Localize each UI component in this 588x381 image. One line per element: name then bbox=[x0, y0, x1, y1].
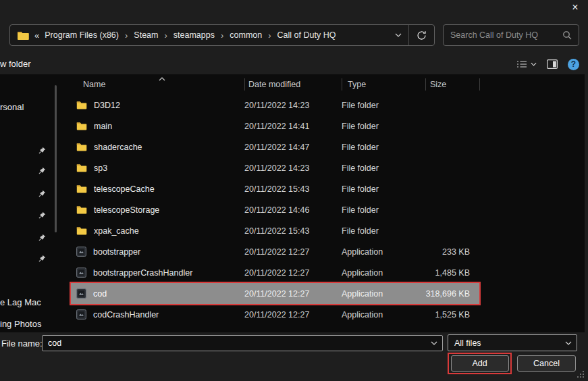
column-separator[interactable] bbox=[479, 78, 480, 91]
size-cell bbox=[425, 220, 479, 241]
search-box[interactable] bbox=[443, 24, 579, 46]
date-modified-cell: 20/11/2022 15:43 bbox=[244, 178, 342, 199]
sidebar-item-personal[interactable]: rsonal bbox=[0, 102, 24, 112]
chevron-down-icon[interactable] bbox=[426, 341, 442, 345]
resize-grip[interactable] bbox=[577, 371, 585, 379]
type-cell: Application bbox=[342, 304, 425, 325]
file-type-combobox[interactable]: All files bbox=[448, 334, 577, 351]
pin-icon[interactable] bbox=[38, 190, 46, 197]
type-cell: File folder bbox=[342, 95, 425, 116]
date-modified-cell: 20/11/2022 14:41 bbox=[244, 116, 342, 136]
type-cell: File folder bbox=[342, 199, 425, 220]
size-cell bbox=[425, 116, 479, 136]
add-button[interactable]: Add bbox=[451, 355, 509, 372]
file-name-cell: telescopeCache bbox=[71, 178, 244, 199]
file-row-main[interactable]: main20/11/2022 14:41File folder bbox=[71, 116, 479, 136]
breadcrumb-segment[interactable]: Steam bbox=[133, 30, 159, 40]
file-name-text: bootstrapper bbox=[93, 247, 140, 257]
file-name-text: codCrashHandler bbox=[93, 310, 159, 320]
column-header-name[interactable]: Name bbox=[71, 76, 244, 93]
breadcrumb-separator-icon: › bbox=[159, 30, 172, 41]
file-row-bootstrapperCrashHandler[interactable]: bootstrapperCrashHandler20/11/2022 12:27… bbox=[71, 262, 479, 283]
sidebar-item-lag-mac[interactable]: e Lag Mac bbox=[0, 297, 41, 307]
type-cell: Application bbox=[342, 283, 425, 304]
file-row-xpak_cache[interactable]: xpak_cache20/11/2022 15:43File folder bbox=[71, 220, 479, 241]
file-name-cell: shadercache bbox=[71, 136, 244, 157]
file-name-input[interactable] bbox=[43, 338, 426, 348]
pin-icon[interactable] bbox=[38, 255, 46, 262]
size-cell bbox=[425, 157, 479, 178]
file-row-telescopeCache[interactable]: telescopeCache20/11/2022 15:43File folde… bbox=[71, 178, 479, 199]
application-icon bbox=[76, 268, 86, 278]
column-header-size[interactable]: Size bbox=[425, 76, 479, 93]
breadcrumb-separator-icon: › bbox=[263, 30, 276, 41]
refresh-button[interactable] bbox=[409, 25, 434, 45]
file-row-shadercache[interactable]: shadercache20/11/2022 14:47File folder bbox=[71, 136, 479, 157]
file-row-D3D12[interactable]: D3D1220/11/2022 14:23File folder bbox=[71, 95, 479, 116]
file-name-cell: xpak_cache bbox=[71, 220, 244, 241]
column-header-type[interactable]: Type bbox=[342, 76, 425, 93]
file-name-text: telescopeStorage bbox=[94, 205, 159, 215]
type-cell: Application bbox=[342, 241, 425, 262]
sidebar-scrollbar[interactable] bbox=[55, 85, 57, 232]
file-name-text: shadercache bbox=[94, 143, 142, 152]
column-separator[interactable] bbox=[425, 78, 426, 91]
type-cell: File folder bbox=[342, 136, 425, 157]
file-name-combobox[interactable] bbox=[42, 335, 443, 351]
folder-icon bbox=[76, 184, 87, 193]
pin-icon[interactable] bbox=[38, 234, 46, 241]
pin-icon[interactable] bbox=[38, 147, 46, 154]
file-name-cell: bootstrapper bbox=[71, 241, 244, 262]
file-row-codCrashHandler[interactable]: codCrashHandler20/11/2022 12:27Applicati… bbox=[71, 304, 479, 325]
search-icon bbox=[562, 30, 572, 40]
date-modified-cell: 20/11/2022 15:43 bbox=[244, 220, 342, 241]
type-cell: Application bbox=[342, 262, 425, 283]
column-separator[interactable] bbox=[342, 78, 342, 91]
file-name-text: main bbox=[94, 122, 112, 131]
pin-icon[interactable] bbox=[38, 211, 46, 219]
file-name-text: bootstrapperCrashHandler bbox=[93, 268, 192, 278]
file-name-text: D3D12 bbox=[94, 101, 120, 110]
sidebar-item-photos[interactable]: ing Photos bbox=[0, 319, 41, 329]
type-cell: File folder bbox=[342, 220, 425, 241]
cancel-button[interactable]: Cancel bbox=[517, 355, 576, 372]
date-modified-cell: 20/11/2022 12:27 bbox=[244, 283, 342, 304]
close-button[interactable]: × bbox=[568, 1, 583, 14]
type-cell: File folder bbox=[342, 116, 425, 136]
file-row-telescopeStorage[interactable]: telescopeStorage20/11/2022 14:46File fol… bbox=[71, 199, 479, 220]
column-header-date-modified[interactable]: Date modified bbox=[244, 76, 342, 93]
date-modified-cell: 20/11/2022 12:27 bbox=[244, 304, 342, 325]
date-modified-cell: 20/11/2022 12:27 bbox=[244, 262, 342, 283]
pin-icon[interactable] bbox=[38, 167, 46, 174]
preview-pane-button[interactable] bbox=[547, 59, 558, 69]
column-header-label: Type bbox=[348, 80, 366, 89]
file-row-bootstrapper[interactable]: bootstrapper20/11/2022 12:27Application2… bbox=[71, 241, 479, 262]
address-bar[interactable]: « Program Files (x86)›Steam›steamapps›co… bbox=[9, 24, 435, 46]
breadcrumb-separator-icon: › bbox=[119, 30, 133, 41]
search-input[interactable] bbox=[450, 30, 558, 40]
chevron-down-icon bbox=[395, 33, 402, 37]
date-modified-cell: 20/11/2022 12:27 bbox=[244, 241, 342, 262]
file-name-cell: codCrashHandler bbox=[71, 304, 244, 325]
folder-icon bbox=[76, 226, 87, 235]
file-type-value: All files bbox=[454, 338, 481, 348]
file-row-sp3[interactable]: sp320/11/2022 14:23File folder bbox=[71, 157, 479, 178]
size-cell bbox=[425, 136, 479, 157]
file-name-cell: sp3 bbox=[71, 157, 244, 178]
breadcrumb-segment[interactable]: Call of Duty HQ bbox=[277, 30, 337, 40]
date-modified-cell: 20/11/2022 14:23 bbox=[244, 157, 342, 178]
help-button[interactable]: ? bbox=[568, 59, 579, 70]
view-mode-button[interactable] bbox=[516, 59, 537, 69]
folder-icon bbox=[76, 122, 87, 130]
breadcrumb-segment[interactable]: common bbox=[229, 30, 263, 40]
column-header-label: Date modified bbox=[248, 80, 300, 89]
file-name-cell: D3D12 bbox=[71, 95, 244, 116]
size-cell bbox=[425, 178, 479, 199]
address-history-dropdown-button[interactable] bbox=[388, 25, 408, 45]
column-separator[interactable] bbox=[244, 78, 245, 91]
size-cell: 1,525 KB bbox=[425, 304, 479, 325]
file-row-cod[interactable]: cod20/11/2022 12:27Application318,696 KB bbox=[71, 283, 479, 304]
breadcrumb-segment[interactable]: steamapps bbox=[173, 30, 215, 40]
list-header: Name Date modified Type Size bbox=[71, 76, 479, 93]
file-rows: D3D1220/11/2022 14:23File foldermain20/1… bbox=[71, 95, 479, 325]
